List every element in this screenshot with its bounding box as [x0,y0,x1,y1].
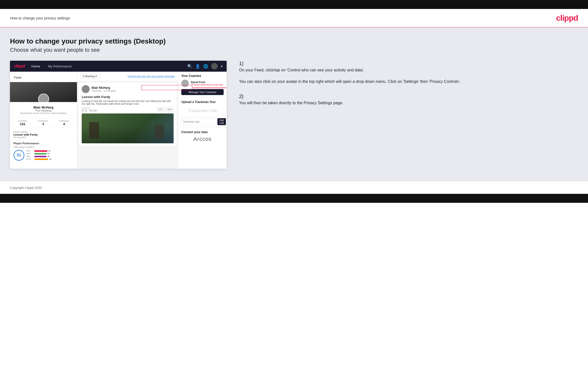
tag-app: APP [166,107,174,111]
post-avatar [82,85,90,93]
logo: clippd [556,13,578,23]
metric-putt: PUTT 96 [26,158,73,160]
trackman-section: Upload a Trackman Test Trackman Link Add… [178,98,227,128]
page-subheading: Choose what you want people to see [10,47,578,53]
instruction-2-number: 2) [239,94,244,99]
post-duration: Duration 01 hr : 30 min [82,107,97,112]
content-row: clippd Home My Performance 🔍 👤 🌐 ▾ Feed [10,61,578,169]
header-title: How to change your privacy settings [10,16,70,20]
metric-ott: OTT 90 [26,150,73,152]
instruction-1-text: On your Feed, click/tap on 'Control who … [239,67,578,73]
metrics: OTT 90 APP 85 ARG [26,150,73,161]
quality-content: 92 OTT 90 APP 85 [13,150,73,161]
arg-bar [34,156,47,157]
coaches-section: Your Coaches David Ford 📍 Royal North De… [178,72,227,98]
app-nav: clippd Home My Performance 🔍 👤 🌐 ▾ [10,61,227,72]
coach-avatar [181,80,189,87]
post-title: Lesson with Fordy [82,95,174,99]
chevron-down-icon[interactable]: ▾ [221,64,223,69]
trackman-input[interactable] [181,118,216,125]
profile-info: Blair McHarg Plus Handicap Royal North D… [10,102,77,116]
coach-row: David Ford 📍 Royal North Devon Golf Club [181,80,224,87]
quality-score: 92 [13,150,24,161]
feed-tab[interactable]: Feed [10,74,77,82]
ott-bar [34,150,47,152]
feed-header: Following ▾ Control who can see your act… [77,72,178,81]
instruction-1-text2: You can also click on your avatar in the… [239,78,578,85]
footer: Copyright Clippd 2022 [0,181,588,194]
app-nav-home[interactable]: Home [30,64,42,68]
page-heading: How to change your privacy settings (Des… [10,37,578,45]
trackman-placeholder: Trackman Link [181,105,224,117]
app-screenshot: clippd Home My Performance 🔍 👤 🌐 ▾ Feed [10,61,227,169]
search-icon[interactable]: 🔍 [187,64,192,69]
profile-banner [10,82,77,102]
post-footer: Duration 01 hr : 30 min OTT APP [82,107,174,112]
annotation-line [193,88,227,88]
app-nav-icons: 🔍 👤 🌐 ▾ [187,63,223,69]
coach-club: 📍 Royal North Devon Golf Club [191,84,223,86]
manage-coaches-button[interactable]: Manage Your Coaches [181,89,224,95]
instruction-2: 2) You will then be taken directly to th… [239,94,578,106]
stat-followers: Followers 3 [38,120,48,126]
post-header: Blair McHarg Yesterday · Sunningdale [82,85,174,93]
instruction-1-number: 1) [239,61,244,66]
connect-title: Connect your data [181,130,224,134]
latest-activity: Latest Activity Lesson with Fordy 03 Aug… [10,129,77,140]
connect-section: Connect your data Arccos [178,128,227,145]
post-author-name: Blair McHarg [92,86,116,90]
user-icon[interactable]: 👤 [195,64,200,69]
coach-name: David Ford [191,81,223,84]
app-right-panel: Your Coaches David Ford 📍 Royal North De… [178,72,227,169]
coach-info: David Ford 📍 Royal North Devon Golf Club [191,81,223,86]
app-logo: clippd [14,64,25,68]
main-content: How to change your privacy settings (Des… [0,27,588,181]
player-performance: Player Performance Total Player Quality … [10,140,77,162]
control-link[interactable]: Control who can see your activity and da… [128,75,175,78]
putt-bar [34,158,48,160]
post-location: Yesterday · Sunningdale [92,90,116,92]
bottom-bar [0,194,588,203]
globe-icon[interactable]: 🌐 [203,64,208,69]
coaches-title: Your Coaches [181,74,224,78]
app-nav-performance[interactable]: My Performance [47,64,73,68]
top-bar [0,0,588,9]
post-tags: OTT APP [157,107,174,111]
instruction-2-text: You will then be taken directly to the P… [239,100,578,106]
feed-post: Blair McHarg Yesterday · Sunningdale Les… [79,83,177,146]
post-author-info: Blair McHarg Yesterday · Sunningdale [92,86,116,92]
stat-activities: Activities 131 [18,120,27,126]
app-feed: Following ▾ Control who can see your act… [77,72,178,169]
metric-app: APP 85 [26,153,73,155]
profile-name: Blair McHarg [12,105,74,109]
trackman-input-row: Add Link [181,118,224,125]
app-body: Feed Blair McHarg Plus Handicap Royal No… [10,72,227,169]
instruction-1: 1) On your Feed, click/tap on 'Control w… [239,61,578,85]
post-image [82,113,174,143]
following-button[interactable]: Following ▾ [81,74,99,79]
location-icon: 📍 [191,84,194,86]
app-sidebar: Feed Blair McHarg Plus Handicap Royal No… [10,72,77,169]
copyright: Copyright Clippd 2022 [10,186,42,190]
profile-stats: Activities 131 Followers 3 Following 4 [12,118,74,128]
post-body: Looking to feel like my hands are exitin… [82,100,174,105]
profile-club: Royal North Devon Golf Club, United King… [12,112,74,114]
stat-following: Following 4 [59,120,69,126]
profile-badge: Plus Handicap [12,109,74,112]
trackman-title: Upload a Trackman Test [181,100,224,104]
add-link-button[interactable]: Add Link [217,118,226,125]
instructions: 1) On your Feed, click/tap on 'Control w… [237,61,578,115]
app-bar [34,153,46,155]
tag-ott: OTT [157,107,165,111]
avatar[interactable] [211,63,218,69]
arccos-brand: Arccos [181,136,224,142]
metric-arg: ARG 86 [26,155,73,157]
header: How to change your privacy settings clip… [0,9,588,27]
